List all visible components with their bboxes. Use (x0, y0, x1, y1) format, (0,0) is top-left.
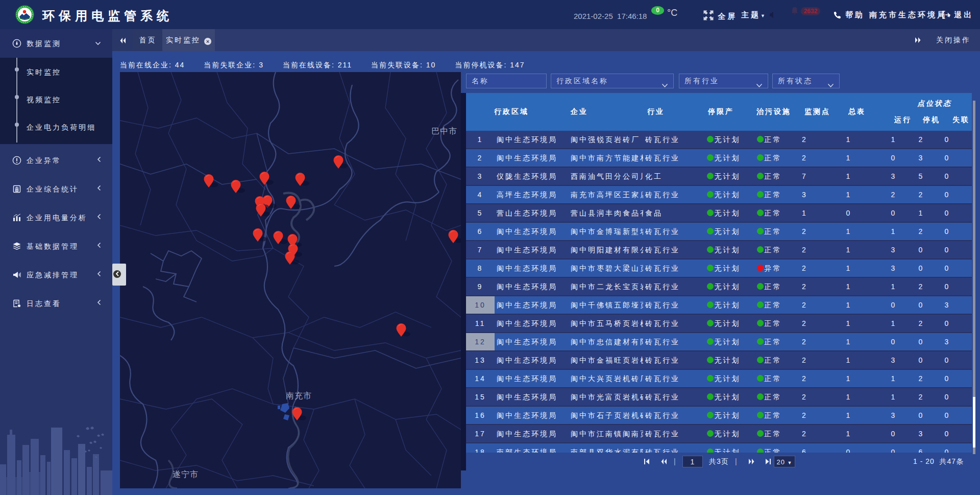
svg-text:遂宁市: 遂宁市 (173, 470, 199, 479)
svg-text:南充市: 南充市 (286, 391, 312, 400)
svg-text:巴中市: 巴中市 (431, 127, 457, 135)
